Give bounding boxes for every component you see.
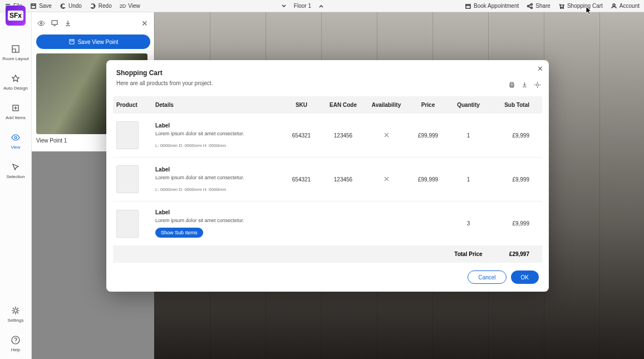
product-label: Label bbox=[155, 122, 281, 129]
book-appointment-button[interactable]: Book Appointment bbox=[465, 3, 519, 9]
cart-icon bbox=[558, 3, 565, 9]
product-price: £99,999 bbox=[409, 132, 448, 139]
save-icon bbox=[30, 3, 37, 9]
product-availability bbox=[364, 176, 409, 183]
view-toggle[interactable]: 2D View bbox=[120, 3, 140, 9]
share-label: Share bbox=[535, 3, 550, 9]
cancel-button[interactable]: Cancel bbox=[468, 271, 506, 284]
product-quantity: 1 bbox=[448, 132, 489, 139]
total-label: Total Price bbox=[448, 251, 489, 257]
col-ean: EAN Code bbox=[322, 102, 364, 108]
product-quantity: 3 bbox=[448, 220, 489, 227]
product-label: Label bbox=[155, 209, 281, 215]
ok-button[interactable]: OK bbox=[511, 271, 539, 284]
modal-subtitle: Here are all products from your project. bbox=[106, 80, 549, 86]
unavailable-icon bbox=[384, 176, 390, 182]
modal-overlay: ✕ Shopping Cart Here are all products fr… bbox=[0, 12, 644, 359]
undo-label: Undo bbox=[68, 3, 82, 9]
svg-point-19 bbox=[537, 84, 539, 86]
col-sku: SKU bbox=[281, 102, 322, 108]
total-value: £29,997 bbox=[489, 251, 534, 257]
svg-rect-17 bbox=[510, 82, 513, 84]
total-row: Total Price £29,997 bbox=[113, 245, 542, 263]
top-toolbar: File Save Undo Redo 2D View Floor 1 Book… bbox=[0, 0, 644, 12]
show-sub-items-button[interactable]: Show Sub Items bbox=[155, 228, 203, 238]
product-quantity: 1 bbox=[448, 176, 489, 183]
svg-point-5 bbox=[561, 7, 562, 8]
product-sku: 654321 bbox=[281, 176, 322, 183]
product-subtotal: £9,999 bbox=[489, 132, 534, 139]
svg-rect-1 bbox=[466, 4, 470, 8]
product-subtotal: £9,999 bbox=[489, 176, 534, 183]
shopping-cart-button[interactable]: Shopping Cart bbox=[558, 3, 603, 9]
modal-close-button[interactable]: ✕ bbox=[537, 65, 543, 73]
redo-label: Redo bbox=[99, 3, 112, 9]
product-ean: 123456 bbox=[322, 176, 364, 183]
product-dims: L: 0000mm D: 0000mm H: 0000mm bbox=[155, 187, 281, 192]
product-price: £99,999 bbox=[409, 176, 448, 183]
unavailable-icon bbox=[384, 132, 390, 138]
chevron-up-icon bbox=[318, 3, 325, 9]
svg-point-6 bbox=[563, 7, 564, 8]
cart-row: Label Lorem ipsum dolor sit amet consect… bbox=[113, 201, 542, 245]
col-product: Product bbox=[116, 102, 155, 108]
col-subtotal: Sub Total bbox=[489, 102, 534, 108]
book-label: Book Appointment bbox=[474, 3, 519, 9]
cart-row: Label Lorem ipsum dolor sit amet consect… bbox=[113, 114, 542, 158]
product-image bbox=[116, 210, 139, 238]
col-quantity: Quantity bbox=[448, 102, 489, 108]
product-availability bbox=[364, 132, 409, 139]
download-icon[interactable] bbox=[521, 81, 528, 88]
product-sku: 654321 bbox=[281, 132, 322, 139]
product-desc: Lorem ipsum dolor sit amet consectetur. bbox=[155, 218, 281, 223]
floor-label: Floor 1 bbox=[294, 3, 311, 9]
share-icon bbox=[527, 3, 533, 9]
shopping-cart-modal: ✕ Shopping Cart Here are all products fr… bbox=[106, 60, 549, 292]
svg-point-7 bbox=[613, 4, 615, 6]
product-desc: Lorem ipsum dolor sit amet consectetur. bbox=[155, 131, 281, 136]
print-icon[interactable] bbox=[508, 81, 515, 88]
cart-label: Shopping Cart bbox=[567, 3, 603, 9]
undo-button[interactable]: Undo bbox=[60, 3, 82, 9]
product-ean: 123456 bbox=[322, 132, 364, 139]
share-button[interactable]: Share bbox=[527, 3, 550, 9]
account-button[interactable]: Account bbox=[611, 3, 640, 9]
save-button[interactable]: Save bbox=[30, 3, 52, 9]
redo-icon bbox=[90, 3, 96, 9]
view-2d-icon: 2D bbox=[120, 3, 126, 9]
col-details: Details bbox=[155, 102, 281, 108]
product-dims: L: 0000mm D: 0000mm H: 0000mm bbox=[155, 143, 281, 148]
account-label: Account bbox=[620, 3, 640, 9]
save-label: Save bbox=[39, 3, 52, 9]
modal-title: Shopping Cart bbox=[116, 69, 163, 77]
cart-table-header: Product Details SKU EAN Code Availabilit… bbox=[113, 96, 542, 114]
mouse-cursor bbox=[586, 6, 592, 15]
product-subtotal: £9,999 bbox=[489, 220, 534, 227]
product-image bbox=[116, 121, 139, 149]
floor-selector[interactable]: Floor 1 bbox=[281, 3, 325, 9]
calendar-icon bbox=[465, 3, 471, 9]
svg-rect-0 bbox=[31, 4, 36, 8]
product-desc: Lorem ipsum dolor sit amet consectetur. bbox=[155, 175, 281, 180]
chevron-down-icon bbox=[281, 3, 287, 9]
view-label: View bbox=[128, 3, 140, 9]
gear-icon[interactable] bbox=[534, 81, 541, 88]
redo-button[interactable]: Redo bbox=[90, 3, 112, 9]
product-label: Label bbox=[155, 166, 281, 173]
cart-row: Label Lorem ipsum dolor sit amet consect… bbox=[113, 158, 542, 201]
product-image bbox=[116, 165, 139, 193]
user-icon bbox=[611, 3, 617, 9]
col-availability: Availability bbox=[364, 102, 409, 108]
undo-icon bbox=[60, 3, 66, 9]
col-price: Price bbox=[409, 102, 448, 108]
